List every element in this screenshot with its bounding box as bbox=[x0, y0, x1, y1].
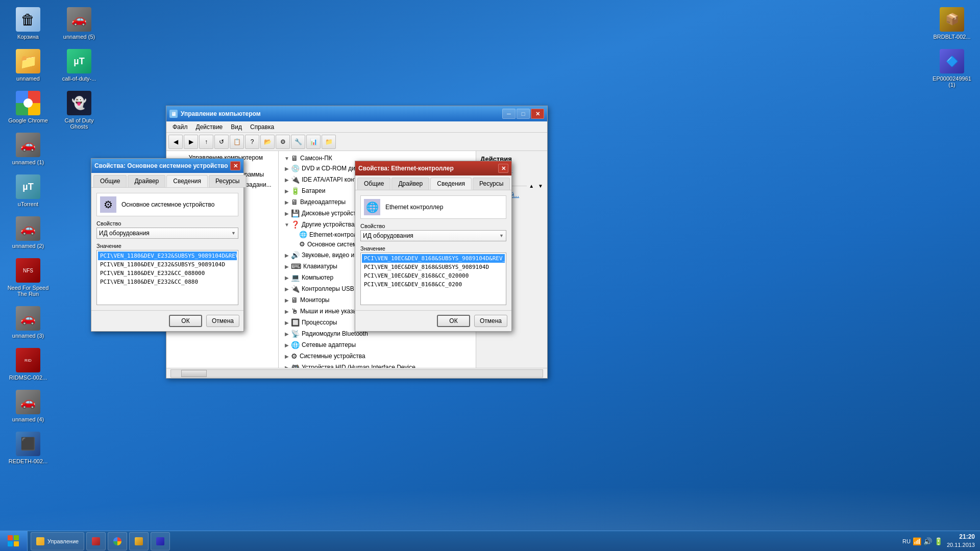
redeth-icon: ⬛ bbox=[16, 432, 40, 456]
toolbar-forward[interactable]: ▶ bbox=[184, 135, 198, 149]
desktop-icon-unnamed4[interactable]: 🚗 unnamed (4) bbox=[5, 388, 51, 424]
dialog-basic-value-1[interactable]: PCI\VEN_1180&DEV_E232&SUBSYS_9089104D bbox=[98, 260, 237, 269]
video-icon: 🖥 bbox=[291, 198, 298, 206]
dialog-ethernet-ok[interactable]: ОК bbox=[437, 315, 470, 327]
toolbar-btn11[interactable]: 📁 bbox=[322, 135, 336, 149]
redeth-label: REDETH-002... bbox=[9, 458, 47, 464]
main-window-statusbar bbox=[166, 368, 547, 378]
clock[interactable]: 21:20 20.11.2013 bbox=[947, 533, 975, 549]
desktop-icon-ghost[interactable]: 👻 Call of Duty Ghosts bbox=[56, 89, 102, 132]
dialog-ethernet-prop-dropdown[interactable]: ИД оборудования bbox=[360, 230, 506, 241]
toolbar-up[interactable]: ↑ bbox=[199, 135, 213, 149]
toolbar-btn10[interactable]: 📊 bbox=[306, 135, 321, 149]
dialog-ethernet-value-2[interactable]: PCI\VEN_10EC&DEV_8168&CC_020000 bbox=[362, 271, 505, 280]
desktop-icon-brdblt[interactable]: 📦 BRDBLT-002... bbox=[929, 5, 975, 42]
system-icon: ⚙ bbox=[291, 352, 298, 360]
desktop-icon-unnamed0[interactable]: 📁 unnamed bbox=[5, 47, 51, 84]
scroll-area[interactable] bbox=[170, 369, 543, 378]
dialog-basic-value-list[interactable]: PCI\VEN_1180&DEV_E232&SUBSYS_9089104D&RE… bbox=[96, 250, 238, 305]
desktop-icon-needspeed[interactable]: NFS Need For Speed The Run bbox=[5, 256, 51, 299]
maximize-button[interactable]: □ bbox=[517, 109, 530, 119]
toolbar-btn6[interactable]: ? bbox=[245, 135, 259, 149]
device-group-hid: ▶ 🎮 Устройства HID (Human Interface Devi… bbox=[281, 362, 474, 368]
network-expand: ▶ bbox=[283, 341, 291, 349]
desktop-icon-chrome[interactable]: Google Chrome bbox=[5, 89, 51, 126]
menu-help[interactable]: Справка bbox=[246, 122, 278, 132]
dialog-basic-tab-general[interactable]: Общие bbox=[93, 175, 127, 187]
network-header[interactable]: ▶ 🌐 Сетевые адаптеры bbox=[281, 340, 474, 350]
tray-icon-battery: 🔋 bbox=[934, 537, 943, 545]
dialog-ethernet-tab-resources[interactable]: Ресурсы bbox=[473, 178, 510, 190]
menu-action[interactable]: Действие bbox=[192, 122, 227, 132]
desktop-icon-ridmsc[interactable]: RID RIDMSC-002... bbox=[5, 346, 51, 383]
toolbar-btn9[interactable]: 🔧 bbox=[291, 135, 305, 149]
network-label: Сетевые адаптеры bbox=[302, 341, 356, 348]
desktop-icons-left: 🗑 Корзина 📁 unnamed Google Chrome 🚗 unna… bbox=[5, 5, 66, 505]
taskbar-folder-icon bbox=[36, 537, 44, 545]
dialog-basic-tab-info[interactable]: Сведения bbox=[166, 175, 208, 187]
dialog-ethernet-tab-driver[interactable]: Драйвер bbox=[391, 178, 429, 190]
dialog-basic-value-0[interactable]: PCI\VEN_1180&DEV_E232&SUBSYS_9089104D&RE… bbox=[98, 252, 237, 260]
dialog-basic-value-2[interactable]: PCI\VEN_1180&DEV_E232&CC_088000 bbox=[98, 269, 237, 278]
desktop-icon-unnamed5[interactable]: 🚗 unnamed (5) bbox=[56, 5, 102, 42]
needspeed-label: Need For Speed The Run bbox=[7, 285, 49, 297]
toolbar-back[interactable]: ◀ bbox=[168, 135, 183, 149]
taskbar-item-4[interactable] bbox=[151, 532, 170, 550]
dialog-ethernet-cancel[interactable]: Отмена bbox=[474, 315, 507, 327]
dialog-basic-close[interactable]: ✕ bbox=[230, 161, 240, 170]
main-window-controls: ─ □ ✕ bbox=[502, 109, 544, 119]
win-quad-blue bbox=[8, 541, 13, 546]
desktop-icon-unnamed3[interactable]: 🚗 unnamed (3) bbox=[5, 304, 51, 341]
taskbar-item-1[interactable] bbox=[86, 532, 106, 550]
taskbar-item-2[interactable] bbox=[108, 532, 127, 550]
taskbar-items: Управление bbox=[28, 532, 897, 550]
close-button[interactable]: ✕ bbox=[531, 109, 544, 119]
dialog-basic-prop-dropdown[interactable]: ИД оборудования bbox=[96, 228, 238, 239]
dialog-ethernet-tab-general[interactable]: Общие bbox=[357, 178, 390, 190]
taskbar-media-icon bbox=[92, 537, 100, 545]
dialog-basic-prop-label: Свойство bbox=[96, 220, 238, 227]
monitors-label: Мониторы bbox=[300, 296, 329, 304]
start-button[interactable] bbox=[0, 531, 28, 552]
desktop-icon-ep[interactable]: 🔷 EP0000249961 (1) bbox=[929, 47, 975, 90]
desktop-icon-unnamed1[interactable]: 🚗 unnamed (1) bbox=[5, 131, 51, 167]
dialog-basic-tab-resources[interactable]: Ресурсы bbox=[209, 175, 246, 187]
dialog-basic-value-3[interactable]: PCI\VEN_1180&DEV_E232&CC_0880 bbox=[98, 278, 237, 286]
dialog-basic-value-label: Значение bbox=[96, 243, 238, 249]
taskbar-item-3[interactable] bbox=[129, 532, 149, 550]
dialog-ethernet-close[interactable]: ✕ bbox=[498, 164, 508, 173]
keyboard-expand: ▶ bbox=[283, 262, 291, 270]
dialog-basic-cancel[interactable]: Отмена bbox=[206, 315, 239, 327]
dialog-ethernet-prop-label: Свойство bbox=[360, 223, 506, 229]
dialog-ethernet: Свойства: Ethernet-контроллер ✕ Общие Др… bbox=[355, 161, 512, 332]
computer-icon: 🖥 bbox=[291, 154, 298, 162]
toolbar-btn7[interactable]: 📂 bbox=[260, 135, 275, 149]
dialog-basic-tabs: Общие Драйвер Сведения Ресурсы bbox=[91, 173, 243, 188]
disk-icon: 💾 bbox=[291, 209, 300, 217]
dialog-ethernet-value-list[interactable]: PCI\VEN_10EC&DEV_8168&SUBSYS_9089104D&RE… bbox=[360, 253, 506, 305]
dialog-ethernet-value-3[interactable]: PCI\VEN_10EC&DEV_8168&CC_0200 bbox=[362, 280, 505, 289]
desktop-icon-redeth[interactable]: ⬛ REDETH-002... bbox=[5, 430, 51, 466]
desktop-icon-utorrent[interactable]: µT uTorrent bbox=[5, 172, 51, 209]
desktop-icon-unnamed2[interactable]: 🚗 unnamed (2) bbox=[5, 214, 51, 251]
dialog-basic-ok[interactable]: ОК bbox=[169, 315, 202, 327]
locale-indicator[interactable]: RU bbox=[902, 538, 911, 544]
toolbar-btn5[interactable]: 📋 bbox=[230, 135, 244, 149]
dialog-basic-tab-driver[interactable]: Драйвер bbox=[128, 175, 165, 187]
toolbar-refresh[interactable]: ↺ bbox=[214, 135, 229, 149]
menu-file[interactable]: Файл bbox=[168, 122, 192, 132]
taskbar-item-0[interactable]: Управление bbox=[31, 532, 84, 550]
dialog-ethernet-value-1[interactable]: PCI\VEN_10EC&DEV_8168&SUBSYS_9089104D bbox=[362, 263, 505, 271]
minimize-button[interactable]: ─ bbox=[502, 109, 516, 119]
unnamed5-icon: 🚗 bbox=[67, 7, 91, 32]
hid-header[interactable]: ▶ 🎮 Устройства HID (Human Interface Devi… bbox=[281, 362, 474, 368]
dialog-ethernet-value-0[interactable]: PCI\VEN_10EC&DEV_8168&SUBSYS_9089104D&RE… bbox=[362, 254, 505, 263]
sound-expand: ▶ bbox=[283, 251, 291, 259]
desktop-icon-utorrent2[interactable]: µT call-of-duty-... bbox=[56, 47, 102, 84]
menu-view[interactable]: Вид bbox=[227, 122, 246, 132]
toolbar-btn8[interactable]: ⚙ bbox=[276, 135, 290, 149]
dialog-ethernet-tab-info[interactable]: Сведения bbox=[430, 178, 472, 190]
brdblt-icon: 📦 bbox=[940, 7, 964, 32]
system-header[interactable]: ▶ ⚙ Системные устройства bbox=[281, 351, 474, 361]
desktop-icon-recycle[interactable]: 🗑 Корзина bbox=[5, 5, 51, 42]
